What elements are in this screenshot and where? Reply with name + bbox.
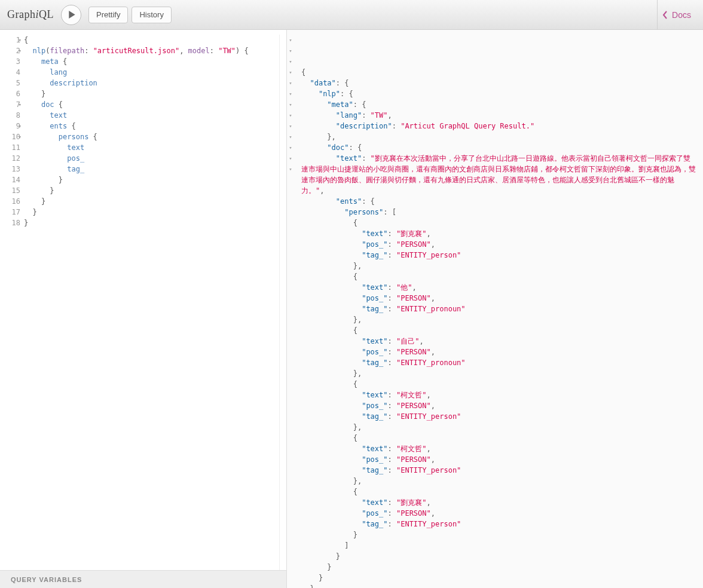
query-code[interactable]: { nlp(filepath: "articutResult.json", mo… <box>24 35 286 570</box>
play-icon <box>68 11 76 19</box>
prettify-button[interactable]: Prettify <box>88 7 128 23</box>
panes: 123456789101112131415161718 { nlp(filepa… <box>0 30 703 588</box>
result-pane: ▾▾▾▾▾▾▾▾▾▾▾▾▾ { "data": { "nlp": { "meta… <box>287 30 703 588</box>
query-variables-label: QUERY VARIABLES <box>11 576 82 583</box>
query-editor[interactable]: 123456789101112131415161718 { nlp(filepa… <box>0 30 286 570</box>
history-button[interactable]: History <box>132 7 171 23</box>
result-json[interactable]: { "data": { "nlp": { "meta": { "lang": "… <box>301 67 696 588</box>
fold-column: ▾▾▾▾▾▾▾▾▾▾▾▾▾ <box>287 35 294 174</box>
logo: GraphiQL <box>7 8 54 21</box>
query-variables-header[interactable]: QUERY VARIABLES <box>0 570 286 588</box>
logo-text: Graph <box>7 8 35 20</box>
fold-column <box>279 35 286 570</box>
query-pane: 123456789101112131415161718 { nlp(filepa… <box>0 30 287 588</box>
toolbar: GraphiQL Prettify History Docs <box>0 0 703 30</box>
docs-label: Docs <box>672 10 691 20</box>
chevron-left-icon <box>662 11 668 19</box>
execute-button[interactable] <box>61 5 81 25</box>
docs-button[interactable]: Docs <box>657 0 696 29</box>
line-gutter: 123456789101112131415161718 <box>0 35 24 570</box>
logo-text: QL <box>39 8 54 20</box>
